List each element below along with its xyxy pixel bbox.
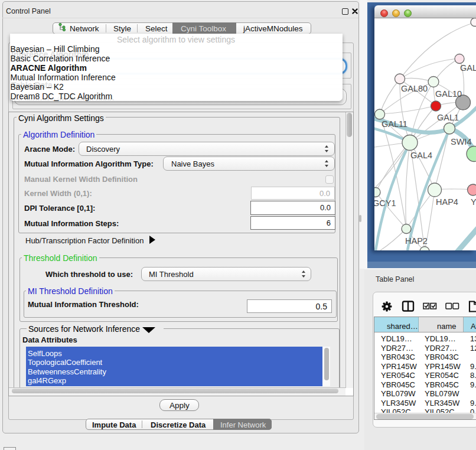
svg-text:GAL11: GAL11 bbox=[382, 119, 407, 129]
svg-text:HAP4: HAP4 bbox=[436, 197, 458, 207]
svg-text:SWI4: SWI4 bbox=[451, 137, 471, 146]
svg-text:GAL10: GAL10 bbox=[435, 89, 462, 99]
svg-text:HAP2: HAP2 bbox=[405, 236, 428, 246]
svg-text:GAL4: GAL4 bbox=[410, 151, 432, 160]
svg-text:GAL7: GAL7 bbox=[460, 63, 476, 73]
svg-text:GAL1: GAL1 bbox=[437, 113, 459, 122]
svg-text:GAL80: GAL80 bbox=[401, 84, 428, 93]
svg-text:YE: YE bbox=[471, 197, 476, 207]
svg-text:GCY1: GCY1 bbox=[374, 198, 396, 208]
